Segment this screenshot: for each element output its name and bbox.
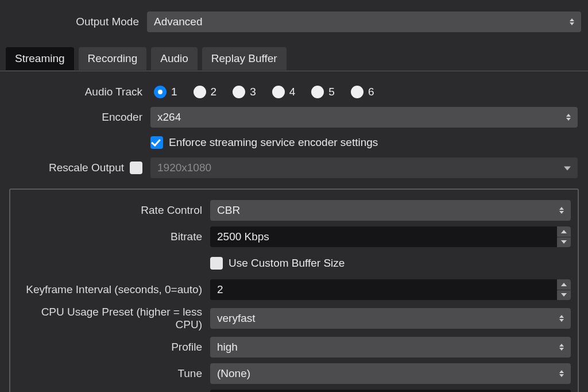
tab-label: Replay Buffer (211, 52, 277, 65)
chevron-down-icon (564, 167, 571, 171)
keyframe-row: Keyframe Interval (seconds, 0=auto) 2 (17, 279, 571, 300)
output-mode-row: Output Mode Advanced (0, 0, 588, 46)
profile-row: Profile high (17, 337, 571, 358)
tab-recording[interactable]: Recording (79, 47, 147, 70)
output-tabs: Streaming Recording Audio Replay Buffer (0, 46, 588, 71)
keyframe-input[interactable]: 2 (210, 279, 571, 300)
output-mode-select[interactable]: Advanced (147, 11, 581, 32)
encoder-row: Encoder x264 (0, 107, 588, 128)
audio-track-num: 5 (328, 86, 335, 98)
encoder-settings-box: Rate Control CBR Bitrate 2500 Kbps (9, 189, 579, 392)
audio-track-label: Audio Track (0, 86, 150, 98)
custom-buffer-row: Use Custom Buffer Size (17, 253, 571, 274)
custom-buffer-label: Use Custom Buffer Size (229, 257, 345, 270)
audio-track-radio-2[interactable] (194, 86, 206, 98)
step-up-icon[interactable] (557, 226, 571, 237)
x264-opts-row: x264 Options (separated by space) (17, 390, 571, 392)
profile-select[interactable]: high (210, 337, 571, 358)
rescale-value: 1920x1080 (157, 162, 211, 174)
tune-label: Tune (17, 367, 210, 380)
output-mode-value: Advanced (154, 16, 203, 28)
cpu-preset-row: CPU Usage Preset (higher = less CPU) ver… (17, 306, 571, 331)
tune-select[interactable]: (None) (210, 363, 571, 384)
cpu-preset-label: CPU Usage Preset (higher = less CPU) (17, 306, 210, 331)
streaming-panel: Audio Track 1 2 3 4 5 6 Encoder x264 (0, 71, 588, 189)
bitrate-stepper[interactable] (557, 226, 571, 247)
tab-label: Audio (160, 52, 188, 65)
encoder-label: Encoder (0, 111, 150, 124)
audio-track-radio-1[interactable] (154, 86, 167, 98)
audio-track-row: Audio Track 1 2 3 4 5 6 (0, 82, 588, 102)
audio-track-num: 4 (289, 86, 296, 98)
bitrate-input[interactable]: 2500 Kbps (210, 226, 571, 247)
step-down-icon[interactable] (557, 237, 571, 248)
rate-control-row: Rate Control CBR (17, 200, 571, 221)
enforce-checkbox[interactable] (150, 136, 163, 149)
keyframe-label: Keyframe Interval (seconds, 0=auto) (17, 283, 210, 296)
select-updown-icon (556, 337, 567, 358)
audio-track-num: 2 (211, 86, 217, 98)
audio-track-num: 3 (250, 86, 256, 98)
tab-replay-buffer[interactable]: Replay Buffer (202, 47, 287, 70)
rescale-label: Rescale Output (49, 162, 124, 174)
audio-track-radios: 1 2 3 4 5 6 (150, 86, 374, 98)
cpu-preset-value: veryfast (217, 312, 256, 325)
x264-opts-input[interactable] (210, 390, 571, 392)
step-down-icon[interactable] (557, 290, 571, 301)
profile-value: high (217, 341, 238, 353)
profile-label: Profile (17, 341, 210, 353)
tune-row: Tune (None) (17, 363, 571, 384)
rescale-select[interactable]: 1920x1080 (150, 157, 578, 178)
encoder-value: x264 (157, 111, 181, 124)
rate-control-value: CBR (217, 204, 240, 217)
bitrate-row: Bitrate 2500 Kbps (17, 226, 571, 247)
custom-buffer-checkbox[interactable] (210, 257, 223, 270)
tab-label: Streaming (15, 52, 65, 65)
select-updown-icon (556, 200, 567, 221)
enforce-label: Enforce streaming service encoder settin… (169, 136, 378, 149)
tab-audio[interactable]: Audio (151, 47, 198, 70)
audio-track-radio-4[interactable] (272, 86, 285, 98)
keyframe-value: 2 (217, 283, 223, 296)
tab-streaming[interactable]: Streaming (6, 47, 74, 70)
encoder-select[interactable]: x264 (150, 107, 578, 128)
tab-label: Recording (88, 52, 138, 65)
enforce-row: Enforce streaming service encoder settin… (0, 132, 588, 153)
audio-track-radio-6[interactable] (351, 86, 363, 98)
audio-track-radio-3[interactable] (233, 86, 245, 98)
cpu-preset-select[interactable]: veryfast (210, 308, 571, 329)
audio-track-radio-5[interactable] (311, 86, 324, 98)
bitrate-label: Bitrate (17, 230, 210, 243)
rescale-checkbox[interactable] (130, 162, 142, 174)
select-updown-icon (556, 363, 567, 384)
tune-value: (None) (217, 367, 250, 380)
select-updown-icon (563, 107, 574, 128)
bitrate-value: 2500 Kbps (217, 230, 269, 243)
rate-control-select[interactable]: CBR (210, 200, 571, 221)
keyframe-stepper[interactable] (557, 279, 571, 300)
audio-track-num: 1 (171, 86, 177, 98)
select-updown-icon (556, 308, 567, 329)
rescale-row: Rescale Output 1920x1080 (0, 157, 588, 178)
output-mode-label: Output Mode (0, 16, 147, 28)
rate-control-label: Rate Control (17, 204, 210, 217)
step-up-icon[interactable] (557, 279, 571, 290)
audio-track-num: 6 (368, 86, 374, 98)
select-updown-icon (566, 11, 578, 32)
